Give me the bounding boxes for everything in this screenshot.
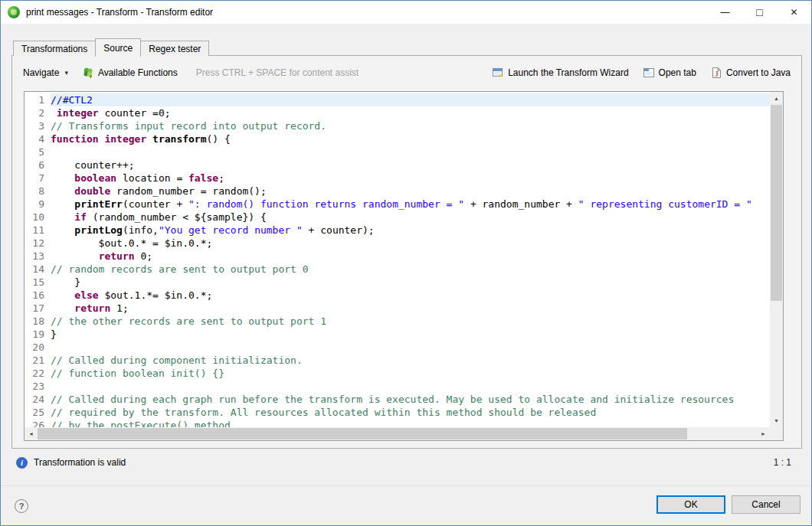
window-controls: — □ ✕ [708, 1, 811, 24]
code-line[interactable]: 3// Transforms input record into output … [25, 119, 770, 132]
scroll-right-icon[interactable]: ► [757, 427, 770, 440]
horizontal-scroll-thumb[interactable] [38, 428, 687, 439]
line-number: 13 [25, 250, 51, 263]
available-functions-button[interactable]: Available Functions [82, 67, 178, 79]
code-text: // Called during component initializatio… [51, 354, 770, 367]
title-bar[interactable]: print messages - Transform - Transform e… [1, 1, 811, 24]
horizontal-scrollbar[interactable]: ◄ ► [25, 427, 770, 440]
line-number: 18 [25, 315, 51, 328]
scroll-up-icon[interactable]: ▲ [770, 92, 783, 105]
launch-transform-wizard-button[interactable]: Launch the Transform Wizard [492, 67, 628, 79]
code-line[interactable]: 2 integer counter =0; [25, 106, 770, 119]
vertical-scrollbar[interactable]: ▲ ▼ [770, 92, 783, 427]
code-text: // required by the transform. All resour… [51, 406, 770, 419]
code-text: boolean location = false; [51, 172, 770, 185]
code-line[interactable]: 7 boolean location = false; [25, 172, 770, 185]
code-line[interactable]: 10 if (random_number < ${sample}) { [25, 211, 770, 224]
code-line[interactable]: 13 return 0; [25, 250, 770, 263]
wizard-icon [492, 67, 504, 79]
toolbar-right-group: Launch the Transform Wizard Open tab [492, 67, 791, 79]
line-number: 14 [25, 263, 51, 276]
available-functions-label: Available Functions [98, 67, 178, 78]
line-number: 2 [25, 106, 51, 119]
line-number: 4 [25, 132, 51, 145]
maximize-button[interactable]: □ [742, 1, 777, 24]
code-line[interactable]: 1//#CTL2 [25, 93, 770, 106]
tab-label: Transformations [21, 44, 87, 54]
code-line[interactable]: 16 else $out.1.*= $in.0.*; [25, 289, 770, 302]
tab-regex-tester[interactable]: Regex tester [140, 41, 209, 56]
code-text: printLog(info,"You get record number " +… [51, 224, 770, 237]
info-icon: i [16, 457, 28, 469]
code-text: return 0; [51, 250, 770, 263]
line-number: 9 [25, 198, 51, 211]
code-line[interactable]: 19} [25, 328, 770, 341]
code-line[interactable]: 9 printErr(counter + ": random() functio… [25, 198, 770, 211]
tab-label: Source [103, 43, 133, 54]
scroll-down-icon[interactable]: ▼ [770, 414, 783, 427]
code-text: } [51, 328, 770, 341]
code-line[interactable]: 22// function boolean init() {} [25, 367, 770, 380]
code-text: // the other records are sent to output … [51, 315, 770, 328]
code-text: } [51, 276, 770, 289]
code-line[interactable]: 21// Called during component initializat… [25, 354, 770, 367]
code-line[interactable]: 5 [25, 145, 770, 158]
line-number: 23 [25, 380, 51, 393]
line-number: 16 [25, 289, 51, 302]
validation-status: Transformation is valid [34, 457, 126, 468]
line-number: 6 [25, 158, 51, 172]
code-line[interactable]: 20 [25, 341, 770, 354]
code-text: // random records are sent to output por… [51, 263, 770, 276]
code-line[interactable]: 11 printLog(info,"You get record number … [25, 224, 770, 237]
line-number: 10 [25, 211, 51, 224]
code-text: counter++; [51, 158, 770, 172]
help-button[interactable]: ? [15, 499, 28, 513]
code-text: return 1; [51, 302, 770, 315]
code-text: integer counter =0; [51, 106, 770, 119]
navigate-dropdown[interactable]: Navigate ▾ [23, 67, 68, 78]
content-assist-hint: Press CTRL + SPACE for content assist [196, 67, 359, 78]
code-line[interactable]: 14// random records are sent to output p… [25, 263, 770, 276]
code-line[interactable]: 18// the other records are sent to outpu… [25, 315, 770, 328]
code-text [51, 380, 770, 393]
open-tab-button[interactable]: Open tab [643, 67, 696, 79]
code-text [51, 145, 770, 158]
close-button[interactable]: ✕ [777, 1, 811, 24]
transform-editor-window: print messages - Transform - Transform e… [0, 0, 812, 526]
code-line[interactable]: 24// Called during each graph run before… [25, 393, 770, 406]
code-line[interactable]: 17 return 1; [25, 302, 770, 315]
code-line[interactable]: 6 counter++; [25, 158, 770, 172]
navigate-label: Navigate [23, 67, 59, 78]
tab-transformations[interactable]: Transformations [13, 41, 96, 56]
code-line[interactable]: 8 double random_number = random(); [25, 185, 770, 198]
ok-button[interactable]: OK [656, 495, 725, 514]
code-line[interactable]: 26// by the postExecute() method. [25, 419, 770, 427]
code-line[interactable]: 12 $out.0.* = $in.0.*; [25, 237, 770, 250]
cancel-button[interactable]: Cancel [732, 495, 801, 514]
caret-position: 1 : 1 [774, 457, 791, 468]
code-line[interactable]: 15 } [25, 276, 770, 289]
line-number: 7 [25, 172, 51, 185]
line-number: 22 [25, 367, 51, 380]
code-text [51, 341, 770, 354]
line-number: 25 [25, 406, 51, 419]
line-number: 21 [25, 354, 51, 367]
line-number: 24 [25, 393, 51, 406]
maximize-icon: □ [756, 6, 762, 18]
svg-text:J: J [715, 70, 719, 78]
scroll-left-icon[interactable]: ◄ [25, 427, 38, 440]
editor-toolbar: Navigate ▾ Available Functions Press CTR… [12, 56, 801, 89]
minimize-icon: — [721, 7, 730, 18]
code-area[interactable]: 1//#CTL22 integer counter =0;3// Transfo… [25, 92, 770, 427]
minimize-button[interactable]: — [708, 1, 742, 24]
tab-source[interactable]: Source [95, 38, 141, 57]
code-line[interactable]: 25// required by the transform. All reso… [25, 406, 770, 419]
launch-wizard-label: Launch the Transform Wizard [508, 67, 628, 78]
code-text: printErr(counter + ": random() function … [51, 198, 770, 211]
code-line[interactable]: 23 [25, 380, 770, 393]
footer-separator [1, 485, 811, 486]
code-text: function integer transform() { [51, 132, 770, 145]
convert-to-java-button[interactable]: J Convert to Java [710, 67, 791, 79]
code-line[interactable]: 4function integer transform() { [25, 132, 770, 145]
vertical-scroll-thumb[interactable] [771, 105, 782, 301]
